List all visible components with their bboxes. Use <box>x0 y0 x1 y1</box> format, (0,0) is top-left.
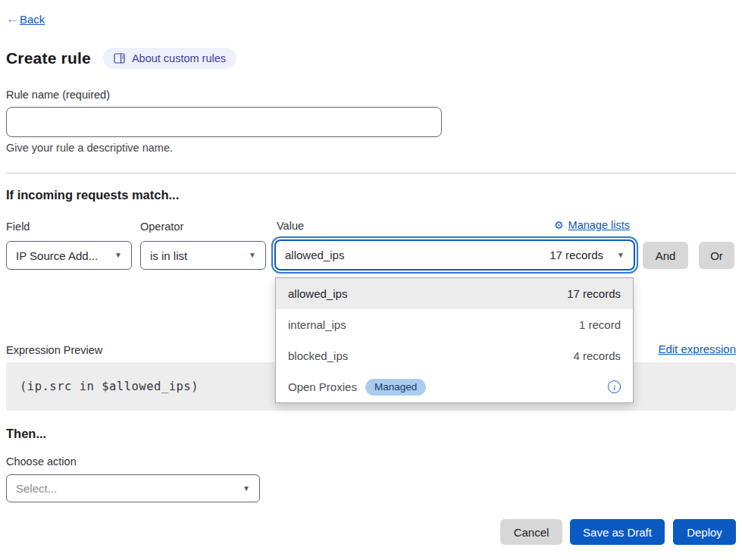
rule-name-label: Rule name (required) <box>6 89 110 101</box>
list-item-internal-ips[interactable]: internal_ips 1 record <box>276 309 633 340</box>
value-dropdown-listbox: allowed_ips 17 records internal_ips 1 re… <box>275 277 634 403</box>
value-select-records: 17 records <box>549 249 603 261</box>
value-select-value: allowed_ips <box>285 249 344 261</box>
about-custom-rules-label: About custom rules <box>132 52 226 64</box>
chevron-down-icon: ▼ <box>114 252 122 259</box>
deploy-button[interactable]: Deploy <box>673 519 736 545</box>
operator-select[interactable]: is in list ▼ <box>140 241 266 270</box>
and-button[interactable]: And <box>643 242 688 269</box>
rule-name-help-text: Give your rule a descriptive name. <box>6 142 173 154</box>
info-icon[interactable]: i <box>608 380 621 393</box>
back-arrow-icon: ← <box>6 11 19 27</box>
list-item-records: 1 record <box>579 318 621 331</box>
chevron-down-icon: ▼ <box>249 252 256 259</box>
field-select[interactable]: IP Source Add... ▼ <box>6 241 132 270</box>
list-item-name: Open Proxies <box>288 380 357 393</box>
list-item-open-proxies[interactable]: Open Proxies Managed i <box>276 371 633 402</box>
manage-lists-link[interactable]: ⚙ Manage lists <box>554 219 630 231</box>
expression-preview-label: Expression Preview <box>6 344 102 356</box>
rule-name-input[interactable] <box>6 107 442 137</box>
expression-code: (ip.src in $allowed_ips) <box>20 380 199 393</box>
back-link[interactable]: ←Back <box>6 11 45 27</box>
chevron-down-icon: ▼ <box>243 485 250 493</box>
back-link-label[interactable]: Back <box>20 13 45 26</box>
save-as-draft-button[interactable]: Save as Draft <box>570 519 665 545</box>
book-icon <box>114 53 125 64</box>
then-section-heading: Then... <box>6 427 46 441</box>
value-select[interactable]: allowed_ips 17 records ▼ <box>274 239 635 271</box>
manage-lists-label[interactable]: Manage lists <box>568 219 630 231</box>
action-select[interactable]: Select... ▼ <box>6 474 260 502</box>
cancel-button[interactable]: Cancel <box>500 519 562 545</box>
list-item-allowed-ips[interactable]: allowed_ips 17 records <box>276 278 633 309</box>
list-item-name: blocked_ips <box>288 349 348 362</box>
managed-badge: Managed <box>365 379 426 396</box>
page-title: Create rule <box>6 49 91 67</box>
gear-icon: ⚙ <box>554 219 564 231</box>
field-select-value: IP Source Add... <box>16 249 98 262</box>
list-item-name: allowed_ips <box>288 287 347 300</box>
operator-select-value: is in list <box>150 249 187 262</box>
or-button[interactable]: Or <box>699 242 734 269</box>
list-item-records: 4 records <box>573 349 621 362</box>
chevron-down-icon: ▼ <box>617 252 625 259</box>
about-custom-rules-link[interactable]: About custom rules <box>103 48 236 69</box>
field-label: Field <box>6 221 30 233</box>
list-item-name: internal_ips <box>288 318 346 331</box>
value-label: Value <box>277 220 304 232</box>
match-section-heading: If incoming requests match... <box>6 188 179 202</box>
edit-expression-link[interactable]: Edit expression <box>658 343 736 355</box>
action-select-placeholder: Select... <box>16 482 57 495</box>
section-divider <box>6 173 736 174</box>
operator-label: Operator <box>140 221 183 233</box>
title-row: Create rule About custom rules <box>6 48 236 69</box>
list-item-records: 17 records <box>567 287 621 300</box>
list-item-blocked-ips[interactable]: blocked_ips 4 records <box>276 340 633 371</box>
choose-action-label: Choose action <box>6 455 77 468</box>
